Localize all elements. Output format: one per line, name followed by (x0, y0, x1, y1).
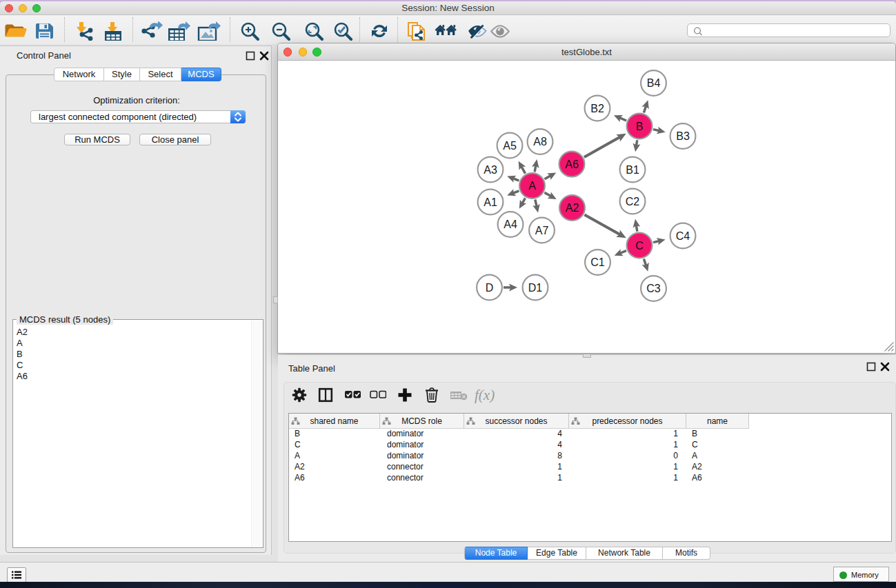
svg-text:D: D (486, 282, 494, 294)
svg-text:C2: C2 (626, 196, 640, 207)
svg-text:C3: C3 (646, 283, 661, 294)
svg-text:B: B (636, 121, 644, 132)
svg-text:B3: B3 (676, 130, 690, 142)
svg-text:B1: B1 (626, 164, 639, 176)
svg-text:A8: A8 (533, 136, 547, 148)
svg-text:B4: B4 (647, 77, 661, 89)
svg-text:A2: A2 (566, 202, 579, 214)
svg-text:C1: C1 (590, 256, 605, 268)
svg-text:f(x): f(x) (475, 387, 495, 403)
svg-text:A: A (528, 180, 536, 192)
svg-text:A1: A1 (484, 196, 497, 208)
svg-text:B2: B2 (590, 103, 604, 114)
svg-text:A7: A7 (535, 225, 549, 236)
svg-text:A3: A3 (484, 164, 497, 176)
svg-text:A5: A5 (503, 140, 517, 152)
svg-text:D1: D1 (528, 282, 543, 294)
svg-text:C4: C4 (676, 230, 690, 242)
svg-text:A6: A6 (565, 159, 579, 170)
svg-text:C: C (635, 240, 644, 252)
svg-text:A4: A4 (504, 219, 517, 230)
